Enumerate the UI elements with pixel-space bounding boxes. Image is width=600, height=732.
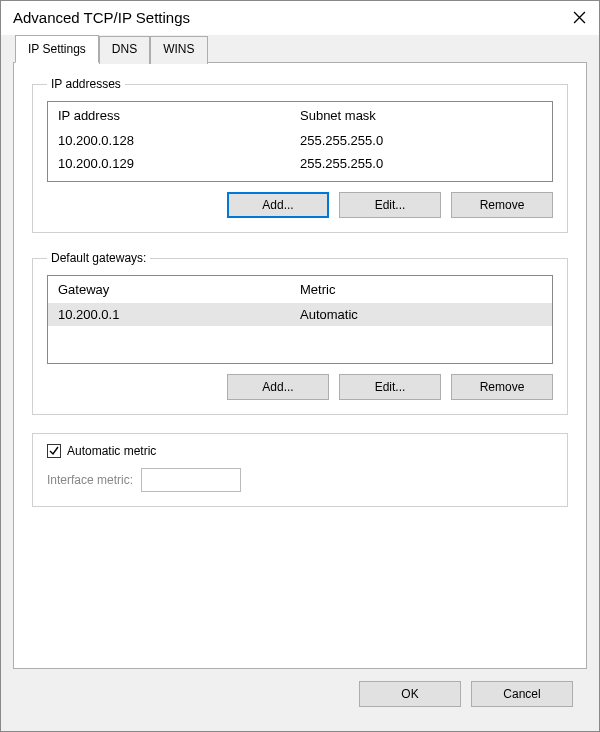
ip-list-header: IP address Subnet mask <box>48 102 552 129</box>
gateways-legend: Default gateways: <box>47 251 150 265</box>
tab-ip-settings[interactable]: IP Settings <box>15 35 99 63</box>
interface-metric-row: Interface metric: <box>47 468 553 492</box>
gw-cell-gateway: 10.200.0.1 <box>58 307 300 322</box>
automatic-metric-row: Automatic metric <box>47 444 553 458</box>
dialog-footer: OK Cancel <box>13 669 587 719</box>
titlebar: Advanced TCP/IP Settings <box>1 1 599 35</box>
gw-remove-button[interactable]: Remove <box>451 374 553 400</box>
window-title: Advanced TCP/IP Settings <box>13 9 190 26</box>
dialog-window: Advanced TCP/IP Settings IP Settings DNS… <box>0 0 600 732</box>
ip-addresses-legend: IP addresses <box>47 77 125 91</box>
gw-list-header: Gateway Metric <box>48 276 552 303</box>
tab-strip: IP Settings DNS WINS <box>13 35 587 63</box>
gw-add-button[interactable]: Add... <box>227 374 329 400</box>
gw-edit-button[interactable]: Edit... <box>339 374 441 400</box>
ip-add-button[interactable]: Add... <box>227 192 329 218</box>
ip-cell-mask: 255.255.255.0 <box>300 133 542 148</box>
ip-remove-button[interactable]: Remove <box>451 192 553 218</box>
automatic-metric-label: Automatic metric <box>67 444 156 458</box>
gateways-list[interactable]: Gateway Metric 10.200.0.1 Automatic <box>47 275 553 364</box>
ip-button-row: Add... Edit... Remove <box>47 192 553 218</box>
metric-group: Automatic metric Interface metric: <box>32 433 568 507</box>
close-icon[interactable] <box>569 7 589 27</box>
ip-header-address: IP address <box>58 108 300 123</box>
ok-button[interactable]: OK <box>359 681 461 707</box>
tab-wins[interactable]: WINS <box>150 36 207 64</box>
gw-list-row[interactable]: 10.200.0.1 Automatic <box>48 303 552 326</box>
ip-list-row[interactable]: 10.200.0.129 255.255.255.0 <box>48 152 552 175</box>
gw-cell-metric: Automatic <box>300 307 542 322</box>
ip-cell-mask: 255.255.255.0 <box>300 156 542 171</box>
ip-addresses-list[interactable]: IP address Subnet mask 10.200.0.128 255.… <box>47 101 553 182</box>
tab-dns[interactable]: DNS <box>99 36 150 64</box>
interface-metric-input[interactable] <box>141 468 241 492</box>
ip-edit-button[interactable]: Edit... <box>339 192 441 218</box>
interface-metric-label: Interface metric: <box>47 473 133 487</box>
gateways-group: Default gateways: Gateway Metric 10.200.… <box>32 251 568 415</box>
gw-header-gateway: Gateway <box>58 282 300 297</box>
cancel-button[interactable]: Cancel <box>471 681 573 707</box>
automatic-metric-checkbox[interactable] <box>47 444 61 458</box>
ip-cell-address: 10.200.0.129 <box>58 156 300 171</box>
tab-panel-ip-settings: IP addresses IP address Subnet mask 10.2… <box>13 62 587 669</box>
gw-button-row: Add... Edit... Remove <box>47 374 553 400</box>
ip-list-row[interactable]: 10.200.0.128 255.255.255.0 <box>48 129 552 152</box>
content-area: IP Settings DNS WINS IP addresses IP add… <box>1 35 599 731</box>
ip-header-mask: Subnet mask <box>300 108 542 123</box>
ip-addresses-group: IP addresses IP address Subnet mask 10.2… <box>32 77 568 233</box>
gw-header-metric: Metric <box>300 282 542 297</box>
ip-cell-address: 10.200.0.128 <box>58 133 300 148</box>
